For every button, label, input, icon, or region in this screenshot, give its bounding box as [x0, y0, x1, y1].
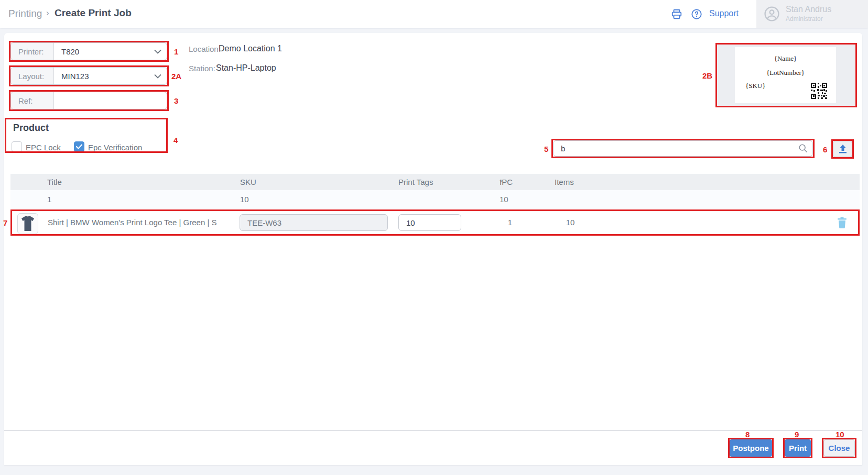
top-header: Printing › Create Print Job Support: [0, 0, 868, 28]
breadcrumb-separator: ›: [46, 8, 49, 18]
col-header-sku: SKU: [240, 174, 256, 190]
annotation-2b: 2B: [702, 71, 712, 80]
annotation-box-9: [783, 438, 812, 458]
annotation-5: 5: [544, 145, 548, 153]
user-menu[interactable]: Stan Andrus Administrator: [756, 0, 868, 28]
col-header-print-tags: Print Tags: [398, 174, 433, 190]
user-avatar-icon: [764, 6, 780, 22]
annotation-3: 3: [174, 96, 178, 105]
table-header-row: Title SKU Print Tags IPC* Items: [10, 174, 860, 190]
summary-title-count: 1: [47, 190, 51, 209]
table-row: Shirt | BMW Women's Print Logo Tee | Gre…: [12, 211, 858, 234]
summary-ipc-count: 10: [500, 190, 508, 209]
col-header-items: Items: [555, 174, 574, 190]
product-thumbnail: [17, 213, 38, 234]
annotation-box-1: [9, 41, 169, 62]
station-label: Station:: [189, 64, 215, 73]
print-icon[interactable]: [671, 8, 682, 20]
annotation-box-7: Shirt | BMW Women's Print Logo Tee | Gre…: [10, 209, 860, 236]
annotation-box-6: [831, 139, 854, 159]
annotation-4: 4: [173, 136, 178, 145]
annotation-box-2b: [715, 43, 857, 107]
row-ipc-value: 1: [500, 211, 520, 234]
annotation-1: 1: [174, 47, 178, 56]
station-value: Stan-HP-Laptop: [216, 63, 276, 73]
table-summary-row: 1 10 10: [10, 190, 860, 209]
annotation-6: 6: [823, 145, 827, 154]
col-header-title: Title: [47, 174, 62, 190]
breadcrumb-printing[interactable]: Printing: [8, 8, 42, 19]
row-sku-input: [240, 214, 388, 231]
ipc-asterisk: *: [500, 174, 503, 190]
trash-icon[interactable]: [838, 217, 847, 228]
annotation-7: 7: [3, 218, 7, 227]
annotation-box-10: [822, 438, 856, 458]
annotation-box-3: [9, 90, 169, 111]
support-link[interactable]: Support: [709, 9, 739, 18]
annotation-box-4: [5, 118, 168, 153]
create-print-job-page: Printing › Create Print Job Support: [0, 0, 868, 475]
user-name: Stan Andrus: [786, 5, 831, 14]
summary-sku-count: 10: [240, 190, 249, 209]
annotation-box-5: [551, 139, 815, 158]
row-title: Shirt | BMW Women's Print Logo Tee | Gre…: [48, 211, 216, 234]
footer-divider: [4, 430, 862, 431]
location-value: Demo Location 1: [219, 44, 282, 53]
row-items-value: 10: [560, 211, 581, 234]
page-title: Create Print Job: [55, 7, 132, 19]
row-print-tags-input[interactable]: [398, 214, 461, 231]
annotation-box-2a: [9, 65, 169, 86]
help-icon[interactable]: [691, 8, 702, 20]
annotation-2a: 2A: [171, 72, 181, 81]
user-role: Administrator: [786, 15, 823, 23]
location-label: Location:: [189, 45, 221, 53]
shirt-icon: [20, 215, 36, 232]
annotation-box-8: [728, 438, 774, 458]
